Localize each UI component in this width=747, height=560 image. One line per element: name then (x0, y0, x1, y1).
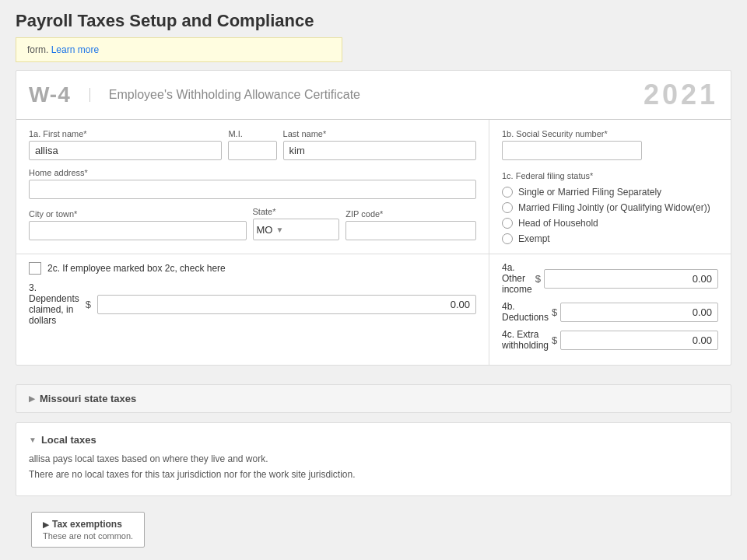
tax-exemptions-area: ▶ Tax exemptions These are not common. (16, 512, 731, 557)
name-row: 1a. First name* M.I. Last name* (29, 129, 476, 160)
last-name-group: Last name* (283, 129, 476, 160)
radio-circle-exempt (502, 233, 513, 244)
city-input[interactable] (29, 221, 247, 240)
radio-circle-single (502, 187, 513, 198)
missouri-section-label: Missouri state taxes (40, 393, 136, 404)
deductions-input[interactable] (560, 303, 718, 322)
last-name-input[interactable] (283, 141, 476, 160)
form-right: 1b. Social Security number* 1c. Federal … (489, 120, 731, 254)
mi-group: M.I. (228, 129, 276, 160)
missouri-state-taxes-section[interactable]: ▶ Missouri state taxes (16, 384, 731, 413)
last-name-label: Last name* (283, 129, 476, 138)
w4-subtitle: Employee's Withholding Allowance Certifi… (89, 88, 625, 102)
chevron-right-icon: ▶ (29, 394, 35, 403)
w4-card: W-4 Employee's Withholding Allowance Cer… (16, 70, 731, 366)
radio-exempt[interactable]: Exempt (502, 233, 718, 244)
zip-input[interactable] (345, 221, 476, 240)
tax-exemptions-title: ▶ Tax exemptions (43, 519, 133, 530)
radio-single-label: Single or Married Filing Separately (518, 187, 661, 198)
dep-input[interactable] (97, 295, 476, 314)
chevron-down-icon: ▼ (275, 226, 283, 234)
page: Payroll Taxes Setup and Compliance form.… (0, 0, 747, 560)
banner-text: form. (27, 44, 48, 55)
filing-status-label: 1c. Federal filing status* (502, 171, 718, 180)
local-taxes-header: ▼ Local taxes (29, 434, 718, 446)
first-name-label: 1a. First name* (29, 129, 222, 138)
w4-year: 2021 (644, 79, 718, 111)
radio-married[interactable]: Married Filing Jointly (or Qualifying Wi… (502, 202, 718, 213)
city-group: City or town* (29, 209, 247, 240)
deductions-dollar: $ (552, 306, 557, 318)
radio-exempt-label: Exempt (518, 233, 550, 244)
deductions-label: 4b. Deductions (502, 301, 549, 323)
ssn-section: 1b. Social Security number* (502, 129, 718, 160)
state-group: State* MO ▼ (253, 207, 340, 240)
other-income-input[interactable] (544, 269, 718, 289)
page-title: Payroll Taxes Setup and Compliance (0, 0, 747, 37)
local-taxes-text1: allisa pays local taxes based on where t… (29, 453, 718, 464)
chevron-right-icon-tax: ▶ (43, 520, 49, 529)
tax-exemptions-subtitle: These are not common. (43, 531, 133, 541)
extra-withholding-row: 4c. Extra withholding $ (502, 329, 718, 351)
home-address-label: Home address* (29, 168, 476, 177)
w4-label: W-4 (29, 82, 71, 107)
form-top: 1a. First name* M.I. Last name* Home add… (16, 120, 731, 254)
extra-withholding-dollar: $ (552, 334, 557, 346)
form-bottom: 2c. If employee marked box 2c, check her… (16, 254, 731, 365)
state-label: State* (253, 207, 340, 216)
checkbox-2c-label: 2c. If employee marked box 2c, check her… (47, 263, 226, 274)
city-label: City or town* (29, 209, 247, 219)
learn-more-link[interactable]: Learn more (51, 44, 99, 55)
extra-withholding-label: 4c. Extra withholding (502, 329, 549, 351)
state-value: MO (257, 224, 273, 236)
other-income-row: 4a. Other income $ (502, 262, 718, 295)
radio-circle-married (502, 202, 513, 213)
city-state-zip-row: City or town* State* MO ▼ ZIP code* (29, 207, 476, 240)
zip-group: ZIP code* (345, 209, 476, 240)
filing-status-section: 1c. Federal filing status* Single or Mar… (502, 171, 718, 244)
home-address-input[interactable] (29, 180, 476, 199)
mi-input[interactable] (228, 141, 276, 160)
ssn-label: 1b. Social Security number* (502, 129, 718, 138)
local-taxes-text2: There are no local taxes for this tax ju… (29, 469, 718, 480)
filing-status-radio-group: Single or Married Filing Separately Marr… (502, 187, 718, 244)
form-left: 1a. First name* M.I. Last name* Home add… (16, 120, 489, 254)
other-income-label: 4a. Other income (502, 262, 532, 295)
radio-married-label: Married Filing Jointly (or Qualifying Wi… (518, 202, 710, 213)
radio-circle-head (502, 218, 513, 229)
bottom-left: 2c. If employee marked box 2c, check her… (16, 254, 489, 365)
first-name-input[interactable] (29, 141, 222, 160)
extra-withholding-input[interactable] (560, 331, 718, 350)
dep-dollar-sign: $ (86, 299, 91, 310)
dep-row: 3. Dependents claimed, in dollars $ (29, 282, 476, 326)
info-banner: form. Learn more (16, 37, 342, 62)
mi-label: M.I. (228, 129, 276, 138)
w4-header: W-4 Employee's Withholding Allowance Cer… (16, 71, 731, 120)
radio-single[interactable]: Single or Married Filing Separately (502, 187, 718, 198)
local-taxes-card: ▼ Local taxes allisa pays local taxes ba… (16, 422, 731, 496)
state-select[interactable]: MO ▼ (253, 219, 340, 240)
ssn-input[interactable] (502, 141, 642, 160)
address-row: Home address* (29, 168, 476, 199)
dep-label: 3. Dependents claimed, in dollars (29, 282, 79, 326)
radio-head[interactable]: Head of Household (502, 218, 718, 229)
gap1 (0, 375, 747, 384)
first-name-group: 1a. First name* (29, 129, 222, 160)
radio-head-label: Head of Household (518, 218, 598, 229)
tax-exemptions-card[interactable]: ▶ Tax exemptions These are not common. (31, 512, 145, 548)
deductions-row: 4b. Deductions $ (502, 301, 718, 323)
gap3 (0, 506, 747, 512)
local-taxes-label: Local taxes (41, 434, 96, 446)
other-income-dollar: $ (535, 273, 541, 285)
gap2 (0, 413, 747, 422)
checkbox-2c-row: 2c. If employee marked box 2c, check her… (29, 262, 476, 275)
chevron-down-icon-local: ▼ (29, 436, 37, 444)
bottom-right: 4a. Other income $ 4b. Deductions $ 4c. … (489, 254, 731, 365)
checkbox-2c[interactable] (29, 262, 41, 275)
zip-label: ZIP code* (345, 209, 476, 219)
